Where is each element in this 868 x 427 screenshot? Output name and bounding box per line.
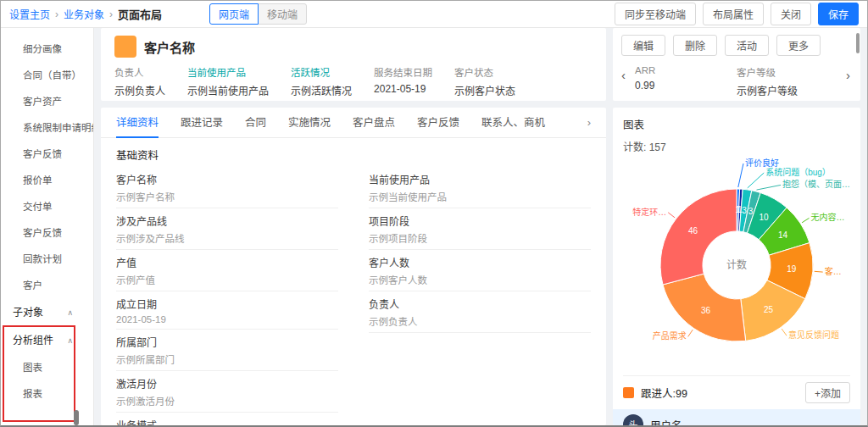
sidebar-group-header[interactable]: 子对象∧ (1, 299, 93, 327)
field-value: 示例涉及产品线 (116, 231, 338, 245)
breadcrumb-separator: › (55, 8, 58, 20)
donut-segment[interactable] (660, 189, 737, 285)
tab-7[interactable]: 联系人、商机 (481, 108, 545, 138)
sidebar-scrollbar-thumb[interactable] (74, 410, 79, 425)
summary-field: ARR0.99 (635, 65, 737, 97)
sidebar-group-header[interactable]: 分析组件∧ (1, 327, 93, 355)
segment-value: 3 (742, 206, 747, 215)
detail-field: 负责人示例负责人 (369, 291, 591, 333)
detail-card: 详细资料跟进记录合同实施情况客户盘点客户反馈联系人、商机› 基础资料 客户名称示… (101, 108, 606, 425)
segment-value: 46 (688, 226, 698, 236)
donut-center-label: 计数 (726, 258, 747, 271)
chart-card: 图表 计数: 157 1评价良好13系统问题（bug）3抱怨（模、页面…1014… (613, 108, 860, 425)
segment-value: 19 (787, 264, 797, 274)
fields-next-arrow[interactable]: › (846, 69, 850, 81)
field-label: 所属部门 (116, 335, 338, 349)
record-field: 负责人示例负责人 (114, 65, 165, 97)
sidebar-item[interactable]: 客户 (1, 273, 93, 299)
edit-button[interactable]: 编辑 (621, 35, 665, 56)
chart-count-label: 计数: 157 (623, 139, 850, 153)
follow-up-label: 跟进人:99 (641, 385, 687, 401)
sidebar-item[interactable]: 客户资产 (1, 89, 93, 115)
tab-4[interactable]: 实施情况 (288, 108, 331, 138)
close-button[interactable]: 关闭 (771, 3, 811, 25)
detail-field: 客户人数示例客户人数 (369, 250, 591, 291)
segment-label: 客… (825, 266, 842, 276)
card-scrollbar-thumb[interactable] (856, 33, 860, 53)
topbar: 设置主页›业务对象›页面布局 网页端移动端 同步至移动端布局属性关闭保存 (1, 1, 867, 28)
layout-properties-button[interactable]: 布局属性 (703, 3, 764, 25)
field-value: 示例项目阶段 (369, 231, 591, 245)
save-button[interactable]: 保存 (818, 3, 859, 25)
sync-to-mobile-button[interactable]: 同步至移动端 (615, 3, 696, 25)
field-label: 产值 (116, 255, 338, 269)
detail-field: 激活月份示例激活月份 (116, 371, 338, 413)
user-list-item[interactable]: 头 用户名 示例名称负责人 (613, 409, 860, 425)
app-window: 设置主页›业务对象›页面布局 网页端移动端 同步至移动端布局属性关闭保存 细分画… (0, 0, 868, 427)
detail-field: 项目阶段示例项目阶段 (369, 208, 591, 250)
sidebar-item[interactable]: 图表 (1, 355, 93, 381)
right-column: 编辑删除活动更多 ‹ ARR0.99客户等级示例客户等级 › 图表 计数: 15… (613, 28, 860, 425)
field-value: 示例客户名称 (116, 190, 338, 203)
fields-prev-arrow[interactable]: ‹ (621, 69, 626, 81)
sidebar-list: 细分画像合同（自带）客户资产系统限制申请明细客户反馈报价单交付单客户反馈回款计划… (1, 36, 93, 408)
sidebar-item[interactable]: 回款计划 (1, 247, 93, 273)
breadcrumb-item[interactable]: 设置主页 (9, 7, 50, 21)
sidebar-item[interactable]: 细分画像 (1, 36, 93, 63)
activity-button[interactable]: 活动 (725, 35, 769, 56)
more-button[interactable]: 更多 (776, 35, 821, 56)
detail-field: 成立日期2021-05-19 (116, 291, 338, 330)
web-view-toggle[interactable]: 网页端 (209, 3, 259, 25)
detail-field: 业务模式示例业务模式 (116, 413, 338, 425)
tabs: 详细资料跟进记录合同实施情况客户盘点客户反馈联系人、商机› (101, 108, 606, 138)
add-follower-button[interactable]: +添加 (805, 382, 850, 403)
breadcrumb-separator: › (109, 8, 113, 20)
field-value: 示例当前使用产品 (187, 83, 269, 97)
field-value: 示例激活月份 (116, 394, 338, 408)
follow-up-row: 跟进人:99 +添加 (623, 375, 850, 409)
summary-fields: ARR0.99客户等级示例客户等级 (635, 65, 838, 97)
mobile-view-toggle[interactable]: 移动端 (258, 3, 307, 25)
field-label: 激活月份 (116, 376, 338, 391)
label-leader-line (688, 330, 693, 336)
donut-chart: 1评价良好13系统问题（bug）3抱怨（模、页面…1014无内容…19客…25意… (623, 153, 850, 375)
device-toggle: 网页端移动端 (209, 3, 307, 25)
sidebar-item[interactable]: 客户反馈 (1, 141, 93, 168)
entity-name: 客户名称 (144, 38, 195, 56)
segment-value: 14 (778, 230, 788, 240)
detail-field: 客户名称示例客户名称 (116, 167, 338, 208)
field-label: 当前使用产品 (187, 65, 269, 79)
content-area: 客户名称 负责人示例负责人当前使用产品示例当前使用产品活跃情况示例活跃情况服务结… (94, 28, 867, 425)
tab-6[interactable]: 客户反馈 (417, 108, 459, 138)
tab-2[interactable]: 跟进记录 (181, 108, 223, 138)
sidebar-item[interactable]: 合同（自带） (1, 63, 93, 89)
record-field: 客户状态示例客户状态 (454, 65, 515, 97)
field-label: 客户人数 (369, 255, 591, 269)
field-label: 服务结束日期 (374, 65, 432, 79)
tab-3[interactable]: 合同 (245, 108, 266, 138)
breadcrumb: 设置主页›业务对象›页面布局 (9, 6, 162, 22)
sidebar-item[interactable]: 客户反馈 (1, 220, 93, 247)
sidebar-item[interactable]: 交付单 (1, 194, 93, 220)
field-label: 负责人 (114, 65, 165, 79)
field-label: 客户名称 (116, 172, 338, 186)
field-label: 客户等级 (737, 65, 838, 79)
field-value: 示例负责人 (369, 314, 591, 328)
record-actions-card: 编辑删除活动更多 ‹ ARR0.99客户等级示例客户等级 › (613, 28, 860, 101)
sidebar-item[interactable]: 报价单 (1, 168, 93, 194)
sidebar-item[interactable]: 系统限制申请明细 (1, 115, 93, 141)
record-field: 服务结束日期2021-05-19 (374, 65, 432, 97)
delete-button[interactable]: 删除 (673, 35, 717, 56)
tab-5[interactable]: 客户盘点 (353, 108, 395, 138)
tab-1[interactable]: 详细资料 (116, 108, 159, 138)
tabs-overflow-arrow[interactable]: › (587, 116, 591, 129)
record-action-buttons: 编辑删除活动更多 (621, 35, 852, 56)
customer-entity-icon (114, 36, 136, 58)
breadcrumb-item[interactable]: 业务对象 (64, 7, 104, 21)
sidebar-item[interactable]: 报表 (1, 381, 93, 408)
field-value: 示例当前使用产品 (369, 190, 591, 203)
field-value: 示例客户人数 (369, 273, 591, 286)
chevron-up-icon: ∧ (67, 299, 73, 327)
field-label: 成立日期 (116, 297, 338, 311)
label-leader-line (782, 329, 787, 336)
